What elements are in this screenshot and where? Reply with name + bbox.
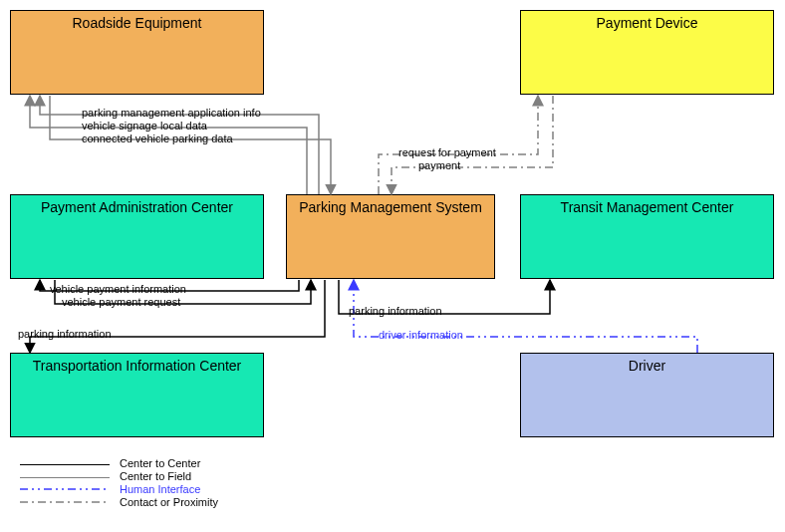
legend-label: Contact or Proximity (120, 496, 218, 508)
legend-line-contact-proximity (20, 499, 110, 505)
flow-label: vehicle payment information (50, 283, 186, 295)
legend-line-center-center (20, 464, 110, 465)
flow-label: driver information (379, 329, 463, 341)
legend-label: Center to Center (120, 457, 200, 469)
node-roadside-equipment[interactable]: Roadside Equipment (10, 10, 264, 95)
node-transportation-information-center[interactable]: Transportation Information Center (10, 353, 264, 437)
legend-line-human-interface (20, 486, 110, 492)
node-transit-management-center[interactable]: Transit Management Center (520, 194, 774, 279)
flow-label: parking information (18, 328, 112, 340)
flow-label: parking information (349, 305, 442, 317)
legend-label: Center to Field (120, 470, 191, 482)
flow-label: vehicle signage local data (82, 120, 207, 132)
node-driver[interactable]: Driver (520, 353, 774, 437)
flow-label: request for payment (398, 146, 496, 158)
legend-line-center-field (20, 477, 110, 478)
flow-label: payment (418, 159, 460, 171)
flow-label: connected vehicle parking data (82, 133, 233, 144)
node-parking-management-system[interactable]: Parking Management System (286, 194, 495, 279)
flow-label: vehicle payment request (62, 296, 180, 308)
node-payment-device[interactable]: Payment Device (520, 10, 774, 95)
legend-label: Human Interface (120, 483, 200, 495)
node-payment-admin-center[interactable]: Payment Administration Center (10, 194, 264, 279)
flow-label: parking management application info (82, 107, 261, 119)
